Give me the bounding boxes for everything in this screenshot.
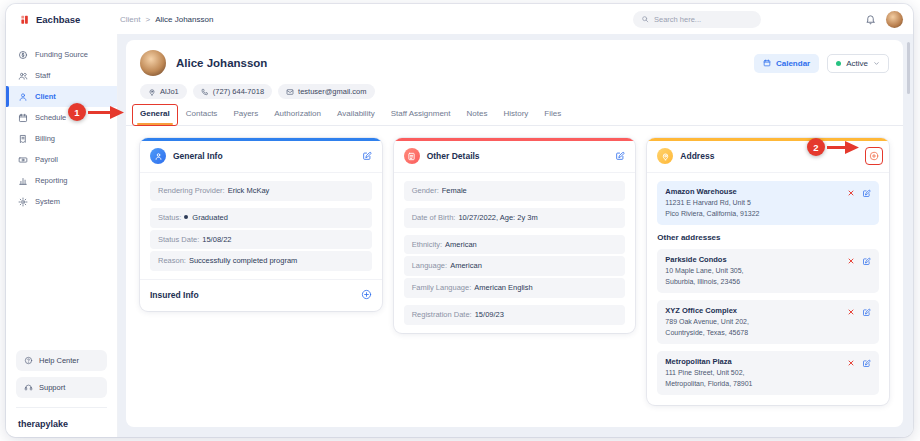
field-group: Date of Birth:10/27/2022, Age: 2y 3m (404, 208, 626, 228)
address-name: XYZ Office Complex (665, 306, 841, 315)
tab-staff-assignment[interactable]: Staff Assignment (391, 109, 451, 125)
payroll-icon (18, 155, 28, 165)
address-line1: 789 Oak Avenue, Unit 202, (665, 317, 841, 328)
sidebar-item-funding-source[interactable]: Funding Source (6, 44, 117, 65)
address-line1: 11231 E Harvard Rd, Unit 5 (665, 198, 841, 209)
calendar-icon (763, 59, 771, 67)
sidebar-footer: Help Center Support therapylake (6, 342, 117, 437)
sidebar-item-system[interactable]: System (6, 191, 117, 212)
user-avatar[interactable] (886, 11, 903, 28)
sidebar-item-label: Payroll (35, 155, 58, 164)
edit-other-details-icon[interactable] (615, 151, 625, 161)
add-address-button[interactable] (869, 151, 879, 161)
date-of-birth-field: Date of Birth:10/27/2022, Age: 2y 3m (404, 208, 626, 228)
field-group: Ethnicity:American Language:American Fam… (404, 235, 626, 298)
general-info-icon (150, 148, 166, 164)
calendar-button[interactable]: Calendar (754, 54, 819, 73)
calendar-button-label: Calendar (776, 59, 810, 68)
logo-icon (20, 14, 31, 25)
notifications-bell-icon[interactable] (865, 14, 876, 25)
address-item: XYZ Office Complex 789 Oak Avenue, Unit … (657, 300, 879, 344)
billing-icon (18, 134, 28, 144)
language-field: Language:American (404, 256, 626, 276)
location-pin-icon (148, 88, 156, 96)
status-dot (184, 215, 188, 219)
status-date-field: Status Date:15/08/22 (150, 230, 372, 250)
field-group: Gender:Female (404, 181, 626, 201)
sidebar-item-billing[interactable]: Billing (6, 128, 117, 149)
sidebar-item-label: Staff (35, 71, 50, 80)
tab-files[interactable]: Files (544, 109, 561, 125)
address-line2: Metropolitan, Florida, 78901 (665, 379, 841, 390)
field-group: Status:Graduated Status Date:15/08/22 Re… (150, 208, 372, 271)
system-icon (18, 197, 28, 207)
phone-icon (201, 88, 209, 96)
delete-address-icon[interactable] (847, 257, 855, 265)
edit-address-icon[interactable] (862, 308, 871, 317)
support-headset-icon (24, 383, 33, 392)
sidebar-item-staff[interactable]: Staff (6, 65, 117, 86)
tab-history[interactable]: History (503, 109, 528, 125)
tab-authorization[interactable]: Authorization (274, 109, 321, 125)
app-window: Eachbase Client > Alice Johansson Fundin… (6, 4, 913, 437)
tab-contacts[interactable]: Contacts (186, 109, 218, 125)
sidebar-divider (16, 407, 107, 408)
annotation-step-2: 2 (807, 138, 825, 156)
topbar: Eachbase Client > Alice Johansson (6, 4, 913, 34)
client-name: Alice Johansson (176, 57, 267, 69)
sidebar-item-reporting[interactable]: Reporting (6, 170, 117, 191)
breadcrumb-section[interactable]: Client (120, 15, 140, 24)
help-center-label: Help Center (39, 356, 79, 365)
help-center-button[interactable]: Help Center (16, 350, 107, 371)
client-avatar (140, 50, 166, 76)
client-header: Alice Johansson Calendar Active (126, 40, 903, 99)
vertical-scrollbar[interactable] (907, 42, 910, 94)
other-addresses-label: Other addresses (657, 232, 879, 242)
reporting-icon (18, 176, 28, 186)
search-input[interactable] (654, 15, 753, 24)
edit-general-info-icon[interactable] (362, 151, 372, 161)
registration-date-field: Registration Date:15/09/23 (404, 305, 626, 325)
field-group: Rendering Provider:Erick McKay (150, 181, 372, 201)
tab-notes[interactable]: Notes (467, 109, 488, 125)
search-bar[interactable] (633, 11, 761, 28)
sidebar-item-label: Schedule (35, 113, 66, 122)
add-insured-info-icon[interactable] (361, 289, 372, 300)
sidebar-item-payroll[interactable]: Payroll (6, 149, 117, 170)
edit-address-icon[interactable] (862, 189, 871, 198)
client-email: testuser@gmail.com (298, 87, 366, 96)
tab-payers[interactable]: Payers (233, 109, 258, 125)
sidebar-item-label: System (35, 197, 60, 206)
main-area: Alice Johansson Calendar Active (118, 34, 913, 437)
edit-address-icon[interactable] (862, 257, 871, 266)
annotation-step-1: 1 (68, 103, 86, 121)
tab-bar: General Contacts Payers Authorization Av… (126, 99, 903, 126)
sidebar: Funding Source Staff Client Schedule Bil… (6, 34, 118, 437)
edit-address-icon[interactable] (862, 359, 871, 368)
field-group: Registration Date:15/09/23 (404, 305, 626, 325)
delete-address-icon[interactable] (847, 359, 855, 367)
sidebar-item-client[interactable]: Client (6, 86, 117, 107)
search-icon (641, 15, 649, 23)
client-email-badge: testuser@gmail.com (278, 84, 374, 99)
general-info-title: General Info (173, 151, 223, 161)
tab-availability[interactable]: Availability (337, 109, 375, 125)
breadcrumb-current: Alice Johansson (155, 15, 213, 24)
ethnicity-field: Ethnicity:American (404, 235, 626, 255)
status-dropdown[interactable]: Active (827, 54, 889, 73)
support-button[interactable]: Support (16, 377, 107, 398)
address-item: Metropolitan Plaza 111 Pine Street, Unit… (657, 351, 879, 395)
address-name: Metropolitan Plaza (665, 357, 841, 366)
other-details-card: Other Details Gender:Female (394, 138, 636, 333)
delete-address-icon[interactable] (847, 189, 855, 197)
delete-address-icon[interactable] (847, 308, 855, 316)
schedule-icon (18, 113, 28, 123)
client-phone-badge: (727) 644-7018 (193, 84, 272, 99)
address-title: Address (680, 151, 714, 161)
annotation-arrow-1 (88, 106, 124, 119)
tab-general[interactable]: General (140, 109, 170, 125)
annotation-arrow-2 (827, 141, 859, 154)
status-value: Active (846, 59, 868, 68)
client-profile-panel: Alice Johansson Calendar Active (126, 40, 903, 427)
address-icon (657, 148, 673, 164)
